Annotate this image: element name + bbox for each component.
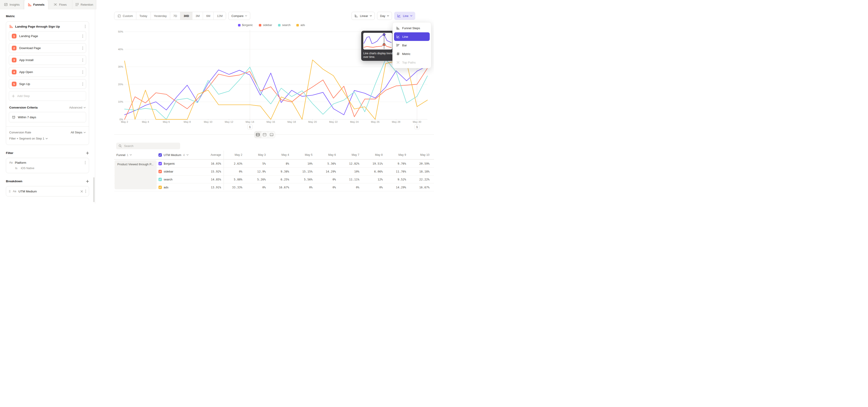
day-value: 20.59% — [406, 162, 430, 165]
add-filter-button[interactable] — [86, 152, 89, 155]
granularity-dropdown[interactable]: Day — [377, 12, 392, 20]
funnel-column-header[interactable]: Funnel 1 — [114, 153, 158, 157]
filter-value[interactable]: iOS Native — [21, 167, 34, 170]
svg-text:May 26: May 26 — [371, 121, 379, 123]
date-range-6m[interactable]: 6M — [203, 12, 214, 20]
breakdown-column-header[interactable]: UTM Medium 4 — [158, 153, 192, 157]
svg-text:May 8: May 8 — [184, 121, 191, 123]
filter-segment-dropdown[interactable]: Filter + Segment on Step 1 — [9, 135, 86, 142]
layout-toggle-chart-view[interactable] — [261, 131, 268, 138]
close-icon[interactable] — [81, 190, 83, 193]
kebab-icon[interactable] — [82, 34, 83, 38]
legend-item-search[interactable]: search — [278, 24, 291, 27]
day-value: 5.88% — [221, 178, 242, 181]
table-row-ads: ads13.91%33.33%0%16.67%0%0%0%0%14.29%16.… — [114, 183, 434, 191]
kebab-icon[interactable] — [85, 189, 86, 193]
tab-funnels[interactable]: Funnels — [24, 0, 48, 9]
chevron-down-icon — [84, 107, 86, 108]
day-value: 12% — [360, 178, 383, 181]
conversion-mode-dropdown[interactable]: Advanced — [69, 106, 86, 109]
kebab-icon[interactable] — [82, 58, 83, 62]
funnel-step-app-open[interactable]: 4App Open — [9, 67, 86, 77]
filter-property: Platform — [15, 161, 83, 164]
table-row-organic: $organic16.03%2.63%5%8%10%5.36%12.82%19.… — [114, 159, 434, 167]
layout-toggle-table-view[interactable] — [268, 131, 275, 138]
tab-label: Funnels — [33, 3, 44, 6]
filter-card[interactable]: Aa Platform Is iOS Native — [6, 158, 89, 173]
legend-item-sidebar[interactable]: sidebar — [259, 24, 272, 27]
date-range-today[interactable]: Today — [136, 12, 151, 20]
segment-checkbox[interactable] — [158, 170, 162, 173]
funnel-column-count: 1 — [127, 153, 128, 157]
step-label: App Open — [19, 70, 80, 74]
kebab-icon[interactable] — [82, 70, 83, 74]
funnel-group-cell[interactable]: Product Viewed through P... — [115, 160, 157, 189]
kebab-icon[interactable] — [85, 161, 86, 164]
kebab-icon[interactable] — [82, 46, 83, 50]
svg-text:30%: 30% — [118, 65, 123, 68]
sidebar-scrollbar[interactable] — [93, 177, 94, 202]
scale-dropdown[interactable]: Linear — [351, 12, 375, 20]
tab-insights[interactable]: Insights — [0, 0, 24, 9]
layout-toggle-split-view[interactable] — [254, 131, 261, 138]
menu-item-label: Metric — [402, 52, 410, 56]
legend-label: sidebar — [263, 24, 272, 27]
average-value: 14.85% — [192, 178, 221, 181]
legend-item-ads[interactable]: ads — [296, 24, 305, 27]
day-value: 0% — [221, 170, 242, 173]
line-chart-icon — [396, 35, 400, 38]
table-header-row: Funnel 1 UTM Medium 4 Average May 2May 3… — [114, 151, 434, 159]
menu-item-bar[interactable]: Bar — [394, 41, 430, 50]
legend-swatch — [296, 24, 299, 27]
line-chart-icon — [397, 14, 401, 18]
layout-top-icon — [263, 133, 267, 136]
day-column-header: May 8 — [360, 153, 383, 156]
funnel-step-app-install[interactable]: 3App Install — [9, 55, 86, 65]
chart-type-dropdown[interactable]: Line — [394, 12, 415, 20]
add-breakdown-button[interactable] — [86, 180, 89, 183]
table-body: Product Viewed through P... $organic16.0… — [114, 159, 434, 191]
legend-item-organic[interactable]: $organic — [238, 24, 253, 27]
conversion-window[interactable]: Within 7 days — [9, 112, 86, 122]
plus-icon — [12, 95, 15, 98]
menu-item-line[interactable]: Line — [394, 32, 430, 41]
breakdown-column-label: UTM Medium — [164, 153, 181, 157]
date-range-7d[interactable]: 7D — [170, 12, 181, 20]
annotation-badge[interactable]: 1 — [414, 124, 420, 129]
segment-checkbox[interactable] — [158, 178, 162, 181]
day-value: 0% — [289, 186, 313, 189]
drag-handle-icon[interactable] — [9, 190, 11, 193]
tab-flows[interactable]: Flows — [49, 0, 72, 9]
segment-checkbox[interactable] — [158, 162, 162, 165]
day-value: 9.76% — [383, 162, 406, 165]
funnel-step-download-page[interactable]: 2Download Page — [9, 43, 86, 53]
date-range-3m[interactable]: 3M — [192, 12, 203, 20]
breakdown-card[interactable]: Aa UTM Medium — [6, 186, 89, 196]
insights-icon — [4, 3, 8, 6]
step-number-badge: 4 — [12, 70, 17, 74]
date-range-yesterday[interactable]: Yesterday — [151, 12, 170, 20]
tab-retention[interactable]: Retention — [72, 0, 96, 9]
compare-button[interactable]: Compare — [228, 12, 250, 20]
segment-checkbox[interactable] — [158, 186, 162, 189]
add-step-button[interactable]: Add Step — [9, 91, 86, 101]
kebab-icon[interactable] — [85, 25, 86, 28]
annotation-badge[interactable]: 1 — [247, 124, 252, 129]
date-range-custom[interactable]: Custom — [114, 12, 136, 20]
app-window: InsightsFunnelsFlowsRetention Metric Lan… — [0, 0, 434, 204]
filter-heading: Filter — [6, 151, 13, 155]
conversion-rate-dropdown[interactable]: All Steps — [71, 131, 86, 134]
funnel-step-sign-up[interactable]: 5Sign Up — [9, 79, 86, 89]
svg-text:May 6: May 6 — [163, 121, 170, 123]
select-all-checkbox[interactable] — [158, 153, 162, 157]
kebab-icon[interactable] — [82, 82, 83, 86]
average-value: 16.03% — [192, 162, 221, 165]
search-input[interactable] — [124, 144, 178, 148]
menu-item-funnel-steps[interactable]: Funnel Steps — [394, 24, 430, 32]
funnel-step-landing-page[interactable]: 1Landing Page — [9, 31, 86, 41]
menu-item-metric[interactable]: Metric — [394, 50, 430, 58]
date-range-30d[interactable]: 30D — [180, 12, 192, 20]
day-value: 18.18% — [406, 170, 430, 173]
date-range-12m[interactable]: 12M — [214, 12, 225, 20]
filter-operator[interactable]: Is — [15, 167, 18, 170]
